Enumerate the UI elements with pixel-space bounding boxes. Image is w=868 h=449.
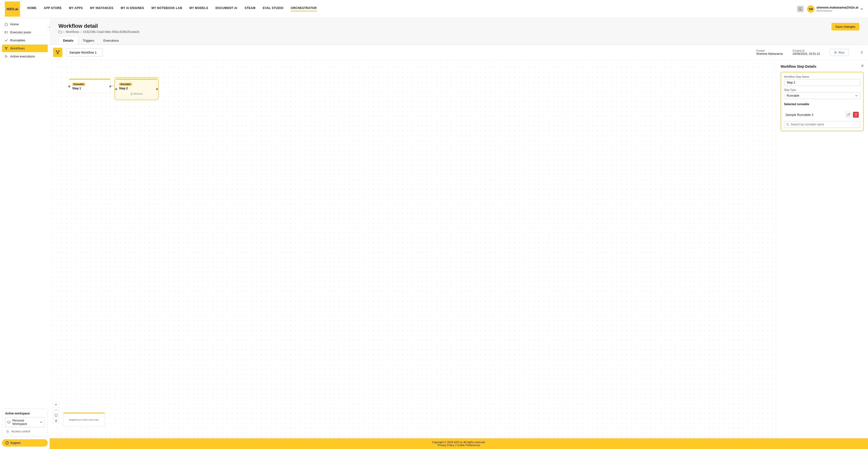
nav-my-models[interactable]: MY MODELS: [189, 6, 208, 11]
sidebar-item-runnables[interactable]: Runnables: [2, 36, 48, 44]
svg-line-21: [788, 125, 789, 126]
zoom-in-button[interactable]: +: [53, 402, 59, 407]
expand-panel-button[interactable]: [859, 50, 865, 55]
access-control-label: Access control: [11, 430, 30, 433]
svg-rect-18: [55, 414, 57, 416]
created-meta: Created at 24/09/2024, 15:51:22: [793, 50, 820, 56]
privacy-policy-link[interactable]: Privacy Policy: [438, 444, 454, 447]
chevron-right-icon: ›: [81, 30, 82, 34]
creator-value: Sherene Mahanama: [756, 52, 783, 56]
user-menu[interactable]: SM sherene.mahanama@h2o.ai Administrator: [807, 5, 863, 13]
workspace-select[interactable]: Personal Workspace: [5, 417, 44, 427]
remove-label: Remove: [134, 92, 143, 95]
created-label: Created at: [793, 50, 820, 52]
chevron-down-icon: [855, 94, 858, 97]
nav-my-instances[interactable]: MY INSTANCES: [90, 6, 114, 11]
support-button[interactable]: ? Support: [2, 439, 48, 447]
access-control-link[interactable]: Access control: [5, 429, 44, 433]
delete-runnable-button[interactable]: [853, 112, 859, 118]
creator-meta: Creator Sherene Mahanama: [756, 50, 783, 56]
page-head: Workflow detail › Workflows › 0192238c-C…: [50, 18, 868, 44]
tab-executions[interactable]: Executions: [99, 36, 124, 44]
header-right: SM sherene.mahanama@h2o.ai Administrator: [798, 5, 863, 13]
nav-document-ai[interactable]: DOCUMENT AI: [215, 6, 237, 11]
brand-logo[interactable]: H2O.ai: [5, 1, 20, 17]
svg-point-8: [6, 49, 7, 50]
node-handle-left[interactable]: [68, 86, 70, 87]
panel-title: Workflow Step Details: [781, 64, 864, 68]
selected-runnable-label: Selected runnable: [784, 102, 860, 106]
node-title: Step 2: [119, 87, 154, 90]
svg-rect-4: [5, 31, 7, 33]
open-runnable-button[interactable]: [846, 112, 851, 118]
run-button[interactable]: Run: [830, 49, 849, 56]
node-handle-right[interactable]: [109, 86, 111, 87]
node-handle-right[interactable]: [156, 88, 158, 90]
close-panel-button[interactable]: [860, 64, 865, 68]
search-icon: [786, 123, 789, 126]
breadcrumb-id: 0192238c-Cba0-9dbc-950a-B286261eda2b: [83, 30, 140, 34]
user-role: Administrator: [816, 9, 858, 12]
nav-home[interactable]: HOME: [27, 6, 36, 11]
step-name-input[interactable]: [784, 79, 860, 86]
workflow-node-step2[interactable]: Runnable Step 2 Remove: [116, 79, 157, 99]
side-nav: Home Executor pools Runnables Workflows …: [2, 21, 48, 60]
sidebar-item-active-executions[interactable]: Active executions: [2, 53, 48, 60]
runnable-icon: [4, 39, 8, 42]
folder-icon: [58, 30, 62, 33]
run-label: Run: [839, 51, 844, 54]
sidebar-item-home[interactable]: Home: [2, 21, 48, 28]
pool-icon: [4, 31, 8, 34]
step-type-select[interactable]: Runnable: [784, 92, 860, 99]
nav-my-apps[interactable]: MY APPS: [69, 6, 83, 11]
svg-text:?: ?: [6, 442, 7, 444]
cookie-preferences-link[interactable]: Cookie Preferences: [456, 444, 480, 447]
tabs: Details Triggers Executions: [58, 36, 859, 44]
nav-orchestrator[interactable]: ORCHESTRATOR: [291, 6, 317, 11]
svg-point-20: [787, 123, 788, 125]
svg-rect-9: [7, 421, 10, 423]
monitor-icon: [7, 421, 10, 424]
svg-point-11: [7, 430, 7, 431]
nav-eval-studio[interactable]: EVAL STUDIO: [263, 6, 284, 11]
workflow-name-input[interactable]: [66, 49, 103, 57]
svg-point-15: [56, 51, 57, 52]
chevron-down-icon: [860, 7, 863, 10]
footer-copyright: Copyright © 2024 H2O.ai. All rights rese…: [432, 441, 486, 444]
save-changes-button[interactable]: Save changes: [832, 23, 859, 30]
step-type-label: Step Type: [784, 88, 860, 91]
breadcrumb-workflows[interactable]: Workflows: [66, 30, 79, 34]
footer: Copyright © 2024 H2O.ai. All rights rese…: [50, 438, 868, 449]
drag-drop-hint[interactable]: Drag&Drop to add a new node.: [63, 413, 105, 426]
nav-app-store[interactable]: APP STORE: [44, 6, 62, 11]
sidebar-item-label: Executor pools: [10, 30, 31, 34]
sidebar-item-executor-pools[interactable]: Executor pools: [2, 29, 48, 36]
news-icon[interactable]: [798, 6, 803, 12]
workspace-block: Active workspace Personal Workspace Acce…: [2, 409, 48, 437]
step-name-label: Workflow Step Name: [784, 75, 860, 78]
tab-triggers[interactable]: Triggers: [78, 36, 99, 44]
workflow-node-step1[interactable]: Runnable Step 1: [69, 79, 111, 93]
created-value: 24/09/2024, 15:51:22: [793, 52, 820, 56]
nav-steam[interactable]: STEAM: [245, 6, 255, 11]
lock-button[interactable]: [53, 418, 59, 423]
page-title: Workflow detail: [58, 23, 140, 29]
runnable-search[interactable]: [784, 121, 860, 128]
sidebar: Home Executor pools Runnables Workflows …: [0, 18, 50, 449]
flow-icon-button[interactable]: [53, 48, 62, 57]
sidebar-item-workflows[interactable]: Workflows: [2, 44, 48, 52]
sidebar-item-label: Runnables: [10, 38, 25, 42]
runnable-search-input[interactable]: [790, 123, 858, 126]
tab-details[interactable]: Details: [58, 36, 78, 44]
node-remove-button[interactable]: Remove: [119, 92, 154, 95]
nav-my-ai-engines[interactable]: MY AI ENGINES: [121, 6, 144, 11]
selected-runnable-value: Sample Runnable 2: [785, 113, 813, 117]
zoom-out-button[interactable]: −: [53, 407, 59, 413]
node-handle-left[interactable]: [115, 88, 117, 90]
svg-point-12: [8, 431, 9, 431]
workflow-canvas[interactable]: Runnable Step 1 Runnable Step 2 Remove: [50, 60, 776, 438]
nav-my-notebook-lab[interactable]: MY NOTEBOOK LAB: [151, 6, 182, 11]
trash-icon: [130, 93, 133, 95]
fit-view-button[interactable]: [53, 413, 59, 418]
top-header: H2O.ai HOME APP STORE MY APPS MY INSTANC…: [0, 0, 868, 18]
